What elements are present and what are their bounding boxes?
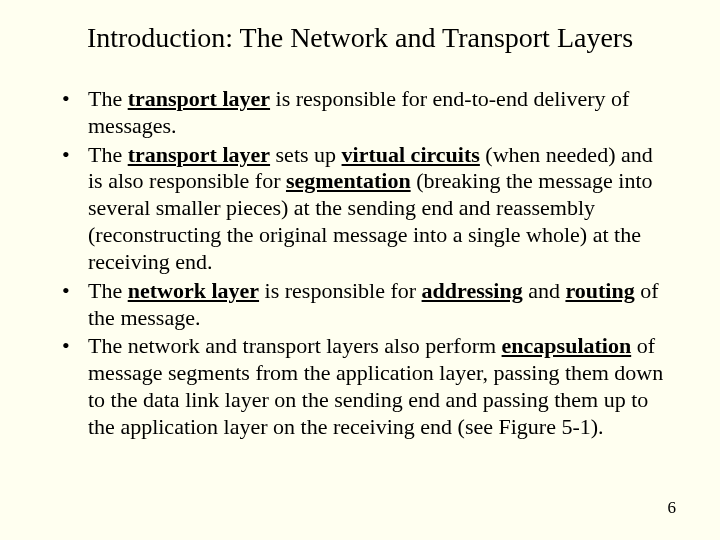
slide-title: Introduction: The Network and Transport …	[44, 22, 676, 54]
list-item: The transport layer sets up virtual circ…	[62, 142, 670, 276]
term-virtual-circuits: virtual circuits	[342, 142, 480, 167]
list-item: The network layer is responsible for add…	[62, 278, 670, 332]
slide: Introduction: The Network and Transport …	[0, 0, 720, 540]
list-item: The transport layer is responsible for e…	[62, 86, 670, 140]
term-routing: routing	[565, 278, 634, 303]
text: The	[88, 278, 128, 303]
term-encapsulation: encapsulation	[502, 333, 632, 358]
page-number: 6	[668, 498, 677, 518]
text: The network and transport layers also pe…	[88, 333, 502, 358]
text: and	[523, 278, 566, 303]
term-addressing: addressing	[422, 278, 523, 303]
text: is responsible for	[259, 278, 422, 303]
text: The	[88, 142, 128, 167]
text: sets up	[270, 142, 342, 167]
term-transport-layer: transport layer	[128, 142, 270, 167]
list-item: The network and transport layers also pe…	[62, 333, 670, 440]
text: The	[88, 86, 128, 111]
term-transport-layer: transport layer	[128, 86, 270, 111]
bullet-list: The transport layer is responsible for e…	[44, 86, 676, 441]
term-segmentation: segmentation	[286, 168, 411, 193]
term-network-layer: network layer	[128, 278, 259, 303]
